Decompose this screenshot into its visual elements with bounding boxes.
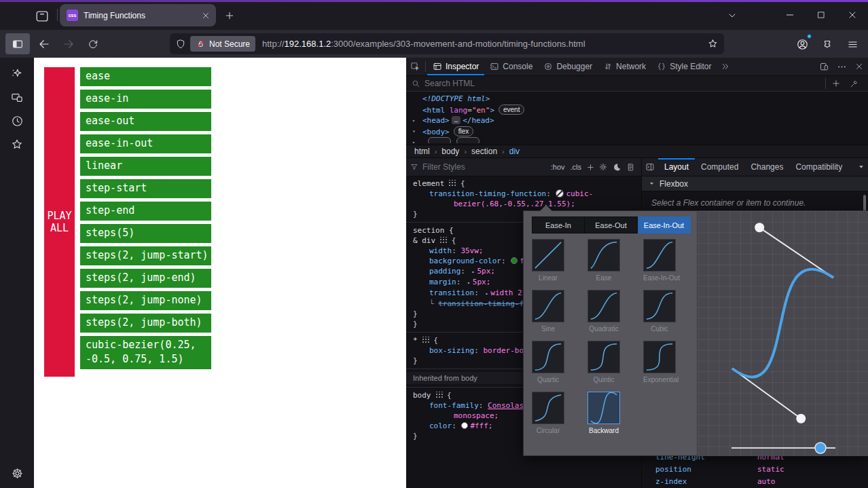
- markup-node[interactable]: ▸: [406, 137, 868, 143]
- bezier-preset-circular[interactable]: Circular: [532, 392, 564, 436]
- more-tools-chevrons-icon[interactable]: [717, 58, 734, 75]
- timing-button[interactable]: cubic-bezier(0.25, -0.5, 0.75, 1.5): [80, 336, 211, 369]
- timing-button[interactable]: steps(2, jump-end): [80, 269, 211, 288]
- tab-style-editor[interactable]: Style Editor: [651, 58, 717, 75]
- timing-button[interactable]: ease-in: [80, 90, 211, 109]
- markup-view[interactable]: <!DOCTYPE html><html lang="en">event▸<he…: [406, 92, 868, 145]
- tab-ease-in-out[interactable]: Ease-In-Out: [638, 217, 691, 233]
- all-tabs-chevron-icon[interactable]: [854, 158, 868, 176]
- shield-icon[interactable]: [175, 39, 186, 50]
- expander-icon[interactable]: ▾: [412, 126, 416, 137]
- markup-node[interactable]: <!DOCTYPE html>: [406, 94, 868, 105]
- new-tab-button[interactable]: [221, 7, 238, 24]
- flexbox-section-header[interactable]: Flexbox: [642, 176, 868, 191]
- dark-theme-icon[interactable]: [610, 163, 623, 172]
- markup-node[interactable]: <html lang="en">event: [406, 105, 868, 115]
- rule-line[interactable]: element {: [406, 179, 641, 189]
- timing-button[interactable]: ease: [80, 67, 211, 86]
- forward-button[interactable]: [60, 35, 77, 53]
- bezier-preset-ease[interactable]: Ease: [587, 239, 620, 284]
- play-all-button[interactable]: PLAY ALL: [44, 67, 75, 377]
- back-button[interactable]: [35, 35, 53, 53]
- url-text[interactable]: http://192.168.1.2:3000/examples/303-mov…: [262, 39, 707, 49]
- bezier-preset-quartic[interactable]: Quartic: [532, 341, 564, 386]
- expander-icon[interactable]: ▸: [412, 115, 416, 126]
- close-window-button[interactable]: [837, 0, 868, 30]
- sidebar-toggle-button[interactable]: [5, 33, 30, 54]
- responsive-design-icon[interactable]: [815, 58, 833, 75]
- synced-tabs-icon[interactable]: [9, 90, 25, 106]
- timing-button[interactable]: steps(2, jump-both): [80, 314, 211, 333]
- bezier-preset-exponential[interactable]: Exponential: [643, 341, 676, 386]
- bezier-preset-quintic[interactable]: Quintic: [587, 341, 620, 386]
- rule-line[interactable]: bezier(.68,-0.55,.27,1.55);: [406, 199, 641, 209]
- computed-row[interactable]: z-indexauto: [642, 476, 868, 488]
- class-toggle[interactable]: .cls: [571, 163, 582, 171]
- light-theme-icon[interactable]: [596, 162, 610, 172]
- extensions-button[interactable]: [819, 35, 837, 53]
- tab-ease-out[interactable]: Ease-Out: [585, 217, 638, 233]
- breadcrumb-item-html[interactable]: html: [414, 147, 430, 156]
- timing-button[interactable]: step-end: [80, 202, 211, 221]
- timing-button[interactable]: steps(2, jump-start): [80, 246, 211, 265]
- selector-highlighter-icon[interactable]: [439, 237, 447, 243]
- bezier-preset-cubic[interactable]: Cubic: [643, 290, 676, 335]
- eyedropper-icon[interactable]: [845, 79, 863, 88]
- tab-computed[interactable]: Computed: [695, 158, 744, 176]
- account-button[interactable]: [793, 35, 811, 53]
- tab-list-chevron-icon[interactable]: [724, 7, 740, 24]
- tab-debugger[interactable]: Debugger: [538, 58, 598, 75]
- bezier-preset-ease-in-out[interactable]: Ease-In-Out: [643, 239, 676, 284]
- bookmarks-icon[interactable]: [9, 136, 25, 153]
- search-html-bar[interactable]: Search HTML: [406, 76, 868, 92]
- add-rule-button[interactable]: [584, 163, 596, 172]
- timing-button[interactable]: ease-out: [80, 112, 211, 131]
- bezier-swatch-icon[interactable]: [556, 189, 564, 198]
- minimize-button[interactable]: [774, 0, 806, 30]
- devtools-menu-icon[interactable]: [833, 58, 850, 75]
- tab-console[interactable]: Console: [484, 58, 538, 75]
- security-chip[interactable]: Not Secure: [190, 36, 255, 52]
- ai-chatbot-icon[interactable]: [9, 66, 25, 82]
- bezier-preset-linear[interactable]: Linear: [532, 239, 564, 284]
- timing-button[interactable]: steps(2, jump-none): [80, 291, 211, 310]
- pick-element-button[interactable]: [406, 58, 424, 75]
- tab-ease-in[interactable]: Ease-In: [532, 217, 585, 233]
- bezier-preset-backward[interactable]: Backward: [587, 392, 620, 436]
- selector-highlighter-icon[interactable]: [435, 392, 443, 398]
- bezier-curve-editor[interactable]: [697, 211, 868, 456]
- pseudo-class-toggle[interactable]: :hov: [551, 163, 565, 171]
- firefox-view-icon[interactable]: [33, 7, 52, 26]
- tab-timing-functions[interactable]: css Timing Functions: [60, 4, 216, 26]
- add-node-button[interactable]: [827, 79, 845, 88]
- timing-button[interactable]: steps(5): [80, 224, 211, 243]
- timing-button[interactable]: ease-in-out: [80, 134, 211, 153]
- settings-gear-icon[interactable]: [9, 465, 25, 481]
- bookmark-star-icon[interactable]: [707, 38, 719, 50]
- tab-inspector[interactable]: Inspector: [427, 58, 484, 75]
- breadcrumb-item-section[interactable]: section: [471, 147, 497, 156]
- close-tab-icon[interactable]: [201, 11, 211, 20]
- url-bar[interactable]: Not Secure http://192.168.1.2:3000/examp…: [170, 33, 724, 54]
- selector-highlighter-icon[interactable]: [448, 180, 456, 186]
- bezier-preset-sine[interactable]: Sine: [532, 290, 564, 335]
- tab-compatibility[interactable]: Compatibility: [789, 158, 848, 176]
- markup-node[interactable]: ▸<head>…</head>: [406, 115, 868, 126]
- maximize-button[interactable]: [806, 0, 837, 30]
- timing-button[interactable]: step-start: [80, 179, 211, 198]
- tab-network[interactable]: Network: [598, 58, 651, 75]
- breadcrumb-item-body[interactable]: body: [441, 147, 459, 156]
- tab-changes[interactable]: Changes: [744, 158, 789, 176]
- reload-button[interactable]: [84, 35, 102, 53]
- tab-layout[interactable]: Layout: [658, 158, 695, 176]
- print-media-icon[interactable]: [623, 163, 637, 172]
- selector-highlighter-icon[interactable]: [422, 337, 429, 343]
- menu-button[interactable]: [844, 35, 861, 53]
- expander-icon[interactable]: ▸: [412, 137, 416, 143]
- bezier-preset-quadratic[interactable]: Quadratic: [587, 290, 620, 335]
- rule-line[interactable]: transition-timing-function: cubic-: [406, 189, 641, 199]
- filter-styles-input[interactable]: Filter Styles :hov .cls: [406, 158, 642, 176]
- close-devtools-icon[interactable]: [850, 58, 868, 75]
- timing-button[interactable]: linear: [80, 157, 211, 176]
- computed-row[interactable]: positionstatic: [642, 464, 868, 476]
